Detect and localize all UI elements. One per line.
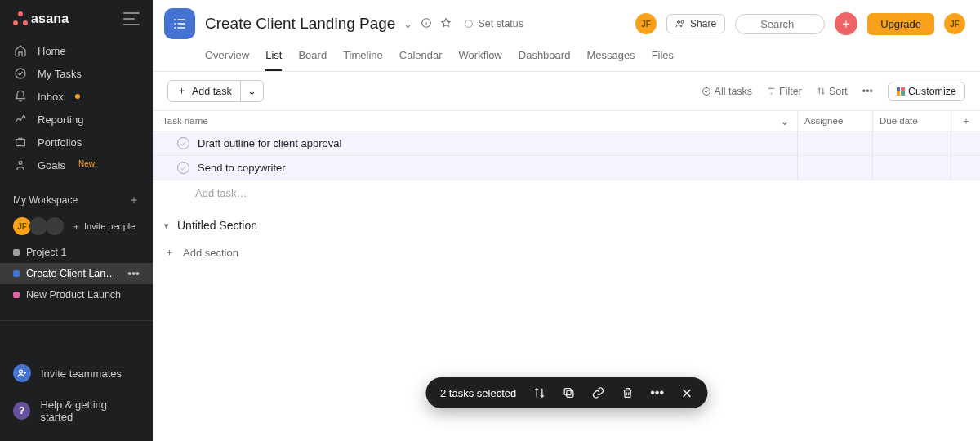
asana-logo[interactable]: asana <box>13 11 69 26</box>
move-tasks-icon[interactable] <box>532 386 546 399</box>
sidebar-item-home[interactable]: Home <box>0 39 153 62</box>
sidebar: asana Home My Tasks Inbox <box>0 0 153 441</box>
cell-assignee[interactable] <box>797 156 872 180</box>
project-chip-icon[interactable] <box>164 8 195 39</box>
tab-timeline[interactable]: Timeline <box>343 44 383 71</box>
add-task-button[interactable]: ＋ Add task <box>167 80 241 102</box>
customize-button[interactable]: Customize <box>888 82 965 101</box>
tab-files[interactable]: Files <box>652 44 674 71</box>
share-button[interactable]: Share <box>666 14 725 33</box>
link-tasks-icon[interactable] <box>591 386 604 399</box>
sidebar-item-portfolios[interactable]: Portfolios <box>0 131 153 154</box>
task-row[interactable]: Draft outline for client approval <box>153 131 980 156</box>
help-button[interactable]: ? Help & getting started <box>0 390 153 431</box>
search-input[interactable] <box>735 14 825 34</box>
col-task-name[interactable]: Task name ⌄ <box>153 111 797 131</box>
tab-messages[interactable]: Messages <box>586 44 635 71</box>
home-icon <box>13 44 28 57</box>
project-item-active[interactable]: Create Client Landin… ••• <box>0 263 153 284</box>
add-task-row[interactable]: Add task… <box>153 180 980 206</box>
close-selection-icon[interactable] <box>680 387 693 399</box>
project-title: Create Client Landing Page <box>205 15 395 33</box>
add-workspace-icon[interactable]: ＋ <box>128 193 140 207</box>
more-selection-icon[interactable]: ••• <box>650 385 664 400</box>
chevron-down-icon[interactable]: ⌄ <box>403 18 412 30</box>
cell-due[interactable] <box>872 131 951 155</box>
member-avatar[interactable]: JF <box>635 13 657 34</box>
sort-icon <box>817 87 826 96</box>
plus-icon: ＋ <box>176 84 187 98</box>
copy-tasks-icon[interactable] <box>562 386 575 399</box>
set-status-button[interactable]: Set status <box>465 18 523 29</box>
section-row[interactable]: ▾ Untitled Section <box>153 206 980 240</box>
tab-overview[interactable]: Overview <box>205 44 249 71</box>
cell-assignee[interactable] <box>797 131 872 155</box>
invite-people-link[interactable]: ＋ Invite people <box>72 220 135 233</box>
complete-task-icon[interactable] <box>177 137 189 149</box>
asana-logo-icon <box>13 11 28 26</box>
sidebar-item-inbox[interactable]: Inbox <box>0 85 153 108</box>
sidebar-item-mytasks[interactable]: My Tasks <box>0 62 153 85</box>
tab-dashboard[interactable]: Dashboard <box>519 44 571 71</box>
set-status-label: Set status <box>478 18 523 29</box>
search-wrap <box>735 14 825 34</box>
sidebar-nav: Home My Tasks Inbox Reporting <box>0 34 153 181</box>
cell-due[interactable] <box>872 156 951 180</box>
project-more-icon[interactable]: ••• <box>127 267 140 280</box>
add-task-dropdown[interactable]: ⌄ <box>241 80 264 102</box>
project-color-icon <box>13 249 20 256</box>
add-task-split-button: ＋ Add task ⌄ <box>167 80 264 102</box>
chevron-down-icon[interactable]: ⌄ <box>781 116 789 127</box>
column-headers: Task name ⌄ Assignee Due date ＋ <box>153 110 980 131</box>
star-icon[interactable] <box>440 17 452 31</box>
add-column-button[interactable]: ＋ <box>951 111 980 131</box>
omni-create-button[interactable]: ＋ <box>835 12 858 35</box>
help-icon: ? <box>13 402 30 420</box>
bell-icon <box>13 90 28 103</box>
invite-teammates-label: Invite teammates <box>41 368 122 380</box>
col-label: Task name <box>163 116 208 126</box>
upgrade-button[interactable]: Upgrade <box>867 13 934 35</box>
add-section-button[interactable]: ＋ Add section <box>153 240 980 266</box>
help-label: Help & getting started <box>40 399 140 423</box>
section-collapse-icon[interactable]: ▾ <box>164 220 169 231</box>
task-name: Draft outline for client approval <box>198 137 341 149</box>
project-color-icon <box>13 270 20 277</box>
sidebar-bottom: Invite teammates ? Help & getting starte… <box>0 350 153 441</box>
complete-task-icon[interactable] <box>177 162 189 174</box>
people-icon <box>675 19 685 29</box>
sidebar-collapse-icon[interactable] <box>123 12 140 25</box>
toolbar-right: All tasks Filter Sort ••• Customize <box>702 82 965 101</box>
tab-board[interactable]: Board <box>298 44 327 71</box>
more-actions-icon[interactable]: ••• <box>862 86 873 97</box>
cell-pad <box>951 156 980 180</box>
delete-tasks-icon[interactable] <box>621 386 634 399</box>
tab-list[interactable]: List <box>265 44 282 71</box>
selection-toolbar: 2 tasks selected ••• <box>425 377 707 408</box>
all-tasks-label: All tasks <box>715 86 753 97</box>
tab-workflow[interactable]: Workflow <box>459 44 502 71</box>
nav-label: My Tasks <box>38 68 82 80</box>
sort-button[interactable]: Sort <box>817 86 848 97</box>
filter-button[interactable]: Filter <box>767 86 802 97</box>
all-tasks-filter[interactable]: All tasks <box>702 86 753 97</box>
info-icon[interactable] <box>421 17 432 31</box>
project-item[interactable]: New Product Launch ••• <box>0 284 153 305</box>
project-item[interactable]: Project 1 ••• <box>0 242 153 263</box>
customize-label: Customize <box>908 86 956 97</box>
nav-label: Reporting <box>38 114 83 126</box>
project-list: Project 1 ••• Create Client Landin… ••• … <box>0 242 153 312</box>
sidebar-item-goals[interactable]: Goals New! <box>0 154 153 176</box>
user-avatar[interactable]: JF <box>944 13 965 34</box>
svg-rect-8 <box>567 390 573 397</box>
col-due-date[interactable]: Due date <box>872 111 951 131</box>
workspace-header: My Workspace ＋ <box>0 181 153 214</box>
col-assignee[interactable]: Assignee <box>797 111 872 131</box>
header-right: JF Share ＋ Upgrade JF <box>635 12 965 35</box>
member-avatar[interactable]: JF <box>13 217 31 235</box>
invite-teammates-button[interactable]: Invite teammates <box>0 356 153 390</box>
sidebar-item-reporting[interactable]: Reporting <box>0 108 153 131</box>
task-row[interactable]: Send to copywriter <box>153 156 980 180</box>
share-label: Share <box>690 18 716 29</box>
tab-calendar[interactable]: Calendar <box>399 44 443 71</box>
